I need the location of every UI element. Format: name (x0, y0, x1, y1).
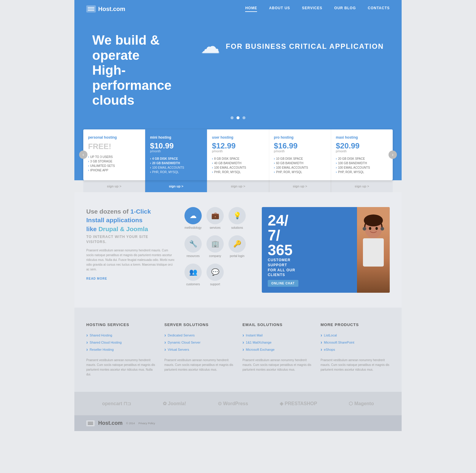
footer-logo-text: Host.com (98, 420, 123, 426)
instant-mail-link[interactable]: Instant Mail (246, 333, 262, 337)
signup-pro-button[interactable]: sign up > (269, 180, 331, 192)
nav-services[interactable]: SERVICES (302, 6, 322, 12)
reseller-link[interactable]: Reseller Hosting (90, 348, 114, 351)
plan-period: p/month (336, 150, 388, 153)
mailxchange-link[interactable]: 1&1 MailXchange (246, 341, 271, 344)
plan-price: FREE! (88, 142, 140, 151)
partners-section: opencart ⊓⊐ ✿ Joomla! ⊙ WordPress ◈ PRES… (74, 392, 402, 415)
support-numbers: 24/7/365 (268, 213, 351, 258)
feature-item: ›UP TO 3 USERS (88, 155, 140, 159)
plan-name: pro hosting (274, 135, 326, 140)
feature-item: ›10 GB DISK SPACE (274, 156, 326, 161)
signup-user-button[interactable]: sign up > (207, 180, 269, 192)
plan-period: p/month (212, 150, 264, 153)
cloud-graphic: ☁ (201, 35, 220, 57)
icon-resources[interactable]: 🔧 resources (184, 235, 202, 258)
feature-item: ›100 EMAIL ACCOUNTS (336, 165, 388, 170)
dot-2[interactable] (237, 116, 239, 119)
feature-item: ›IPHONE APP (88, 168, 140, 173)
footer-privacy-link[interactable]: Privacy Policy (138, 422, 155, 425)
nav-blog[interactable]: OUR BLOG (334, 6, 356, 12)
nav-home[interactable]: HOME (245, 6, 257, 12)
partner-joomla[interactable]: ✿ Joomla! (163, 401, 186, 406)
listlocal-link[interactable]: ListLocal (324, 333, 337, 337)
icon-customers-label: customers (186, 283, 200, 286)
plan-features-personal: ›UP TO 3 USERS ›3 GB STORAGE ›UNLIMITED … (88, 155, 140, 173)
server-solutions-desc: Praesent vestibulum aenean nonummy hendr… (165, 358, 234, 372)
footer-logo-icon (86, 420, 95, 426)
plan-name: personal hosting (88, 135, 140, 140)
icon-resources-label: resources (187, 254, 200, 258)
feature-item: ›100 EMAIL ACCOUNTS (212, 165, 264, 170)
read-more-link[interactable]: READ MORE (86, 277, 107, 280)
eshops-link[interactable]: eShops (324, 348, 335, 351)
server-solutions-heading: SERVER SOLUTIONS (165, 322, 234, 327)
plan-maxi: maxi hosting $20.99 p/month ›20 GB DISK … (331, 129, 393, 180)
server-solutions-links: ›Dedicated Servers ›Dynamic Cloud Server… (165, 332, 234, 353)
shared-hosting-link[interactable]: Shared Hosting (90, 333, 112, 337)
microsoft-exchange-link[interactable]: Microsoft Exchange (246, 348, 275, 351)
email-solutions-heading: EMAIL SOLUTIONS (242, 322, 312, 327)
partner-wordpress[interactable]: ⊙ WordPress (218, 401, 248, 406)
feature-item: ›PHP, ROR, MYSQL (336, 170, 388, 174)
signup-row: sign up > sign up > sign up > sign up > … (83, 180, 393, 192)
hero-headline: We build & operateHigh-performanceclouds (92, 33, 189, 108)
icon-solutions[interactable]: 💡 solutions (228, 207, 246, 229)
features-left: Use dozens of 1-ClickInstall application… (86, 207, 176, 293)
list-item: ›Shared Hosting (86, 332, 156, 339)
features-body-text: Praesent vestibulum aenean nonummy hendr… (86, 248, 176, 272)
plan-name: mini hosting (150, 135, 202, 140)
nav-about[interactable]: ABOUT US (269, 6, 290, 12)
signup-maxi-button[interactable]: sign up > (331, 180, 393, 192)
partner-prestashop[interactable]: ◈ PRESTASHOP (280, 401, 317, 406)
icon-portal-login[interactable]: 🔑 portal login (228, 235, 246, 258)
icon-services[interactable]: 💼 services (206, 207, 224, 229)
pricing-next-button[interactable]: › (389, 151, 397, 159)
plan-mini: mini hosting $10.99 p/month ›4 GB DISK S… (145, 129, 207, 180)
support-text: CUSTOMERSUPPORTFOR ALL OURCLIENTS (268, 258, 351, 278)
nav-contacts[interactable]: CONTACTS (368, 6, 390, 12)
icon-methodology[interactable]: ☁ methodology (184, 207, 202, 229)
feature-item: ›100 EMAIL ACCOUNTS (274, 165, 326, 170)
svg-point-1 (364, 214, 383, 226)
plan-pro: pro hosting $16.99 p/month ›10 GB DISK S… (269, 129, 331, 180)
svg-point-6 (375, 227, 378, 230)
plan-name: maxi hosting (336, 135, 388, 140)
support-content: 24/7/365 CUSTOMERSUPPORTFOR ALL OURCLIEN… (262, 207, 357, 293)
list-item: ›Dynamic Cloud Server (165, 339, 234, 346)
dot-1[interactable] (231, 116, 234, 119)
services-section: HOSTING SERVICES ›Shared Hosting ›Shared… (74, 308, 402, 392)
logo[interactable]: Host.com (86, 5, 125, 12)
footer-copyright: © 2014 (126, 422, 135, 425)
partner-opencart[interactable]: opencart ⊓⊐ (102, 401, 131, 406)
hero-section: We build & operateHigh-performanceclouds… (74, 18, 402, 129)
more-products-links: ›ListLocal ›Microsoft SharePoint ›eShops (321, 332, 390, 353)
signup-personal-button[interactable]: sign up > (83, 180, 145, 192)
support-box: 24/7/365 CUSTOMERSUPPORTFOR ALL OURCLIEN… (262, 207, 390, 293)
icon-customers[interactable]: 👥 customers (184, 264, 202, 286)
list-item: ›1&1 MailXchange (242, 339, 312, 346)
plan-price: $10.99 (150, 142, 202, 150)
online-chat-button[interactable]: ONLINE CHAT (268, 280, 298, 287)
dot-3[interactable] (242, 116, 245, 119)
icon-company[interactable]: 🏢 company (206, 235, 224, 258)
feature-item: ›PHP, ROR, MYSQL (274, 170, 326, 174)
svg-point-4 (381, 227, 384, 231)
svg-rect-2 (363, 238, 384, 267)
virtual-servers-link[interactable]: Virtual Servers (168, 348, 189, 351)
hosting-services-desc: Praesent vestibulum aenean nonummy hendr… (86, 358, 156, 377)
sharepoint-link[interactable]: Microsoft SharePoint (324, 341, 354, 344)
list-item: ›Reseller Hosting (86, 346, 156, 353)
email-solutions-desc: Praesent vestibulum aenean nonummy hendr… (242, 358, 312, 372)
icon-solutions-label: solutions (231, 226, 243, 229)
icon-support[interactable]: 💬 support (206, 264, 224, 286)
signup-mini-button[interactable]: sign up > (145, 180, 207, 192)
logo-icon (86, 5, 96, 12)
plan-features-pro: ›10 GB DISK SPACE ›60 GB BANDWIDTH ›100 … (274, 156, 326, 174)
partner-magento[interactable]: ⬡ Magento (349, 401, 374, 406)
dedicated-servers-link[interactable]: Dedicated Servers (168, 333, 195, 337)
pricing-prev-button[interactable]: ‹ (79, 151, 87, 159)
dynamic-cloud-link[interactable]: Dynamic Cloud Server (168, 341, 201, 344)
shared-cloud-link[interactable]: Shared Cloud Hosting (90, 341, 122, 344)
feature-item: ›40 GB BANDWIDTH (212, 161, 264, 165)
